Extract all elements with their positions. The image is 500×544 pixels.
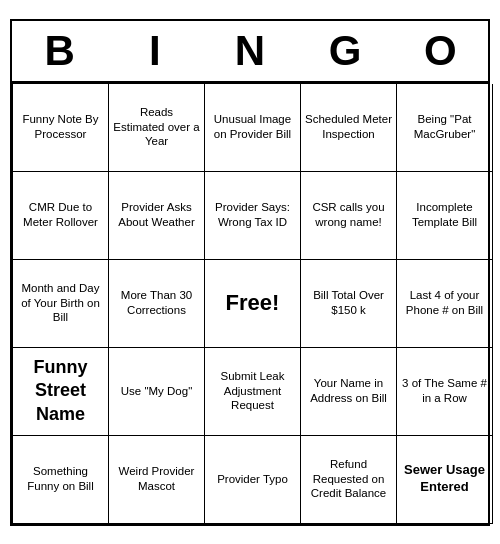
cell-r4-c4[interactable]: Sewer Usage Entered bbox=[397, 436, 493, 524]
letter-i: I bbox=[111, 27, 199, 75]
cell-r2-c0[interactable]: Month and Day of Your Birth on Bill bbox=[13, 260, 109, 348]
cell-r1-c3[interactable]: CSR calls you wrong name! bbox=[301, 172, 397, 260]
cell-r1-c1[interactable]: Provider Asks About Weather bbox=[109, 172, 205, 260]
bingo-card: B I N G O Funny Note By ProcessorReads E… bbox=[10, 19, 490, 526]
cell-r3-c0[interactable]: Funny Street Name bbox=[13, 348, 109, 436]
cell-r0-c3[interactable]: Scheduled Meter Inspection bbox=[301, 84, 397, 172]
bingo-header: B I N G O bbox=[12, 21, 488, 83]
cell-r4-c2[interactable]: Provider Typo bbox=[205, 436, 301, 524]
cell-r4-c0[interactable]: Something Funny on Bill bbox=[13, 436, 109, 524]
cell-r1-c2[interactable]: Provider Says: Wrong Tax ID bbox=[205, 172, 301, 260]
cell-r3-c4[interactable]: 3 of The Same # in a Row bbox=[397, 348, 493, 436]
cell-r4-c3[interactable]: Refund Requested on Credit Balance bbox=[301, 436, 397, 524]
cell-r3-c3[interactable]: Your Name in Address on Bill bbox=[301, 348, 397, 436]
letter-b: B bbox=[16, 27, 104, 75]
bingo-grid: Funny Note By ProcessorReads Estimated o… bbox=[12, 83, 488, 524]
cell-r3-c2[interactable]: Submit Leak Adjustment Request bbox=[205, 348, 301, 436]
cell-r1-c0[interactable]: CMR Due to Meter Rollover bbox=[13, 172, 109, 260]
cell-r2-c3[interactable]: Bill Total Over $150 k bbox=[301, 260, 397, 348]
cell-r2-c2[interactable]: Free! bbox=[205, 260, 301, 348]
cell-r0-c0[interactable]: Funny Note By Processor bbox=[13, 84, 109, 172]
letter-o: O bbox=[396, 27, 484, 75]
cell-r0-c4[interactable]: Being "Pat MacGruber" bbox=[397, 84, 493, 172]
letter-g: G bbox=[301, 27, 389, 75]
cell-r2-c4[interactable]: Last 4 of your Phone # on Bill bbox=[397, 260, 493, 348]
cell-r3-c1[interactable]: Use "My Dog" bbox=[109, 348, 205, 436]
cell-r0-c2[interactable]: Unusual Image on Provider Bill bbox=[205, 84, 301, 172]
cell-r1-c4[interactable]: Incomplete Template Bill bbox=[397, 172, 493, 260]
cell-r0-c1[interactable]: Reads Estimated over a Year bbox=[109, 84, 205, 172]
cell-r2-c1[interactable]: More Than 30 Corrections bbox=[109, 260, 205, 348]
letter-n: N bbox=[206, 27, 294, 75]
cell-r4-c1[interactable]: Weird Provider Mascot bbox=[109, 436, 205, 524]
